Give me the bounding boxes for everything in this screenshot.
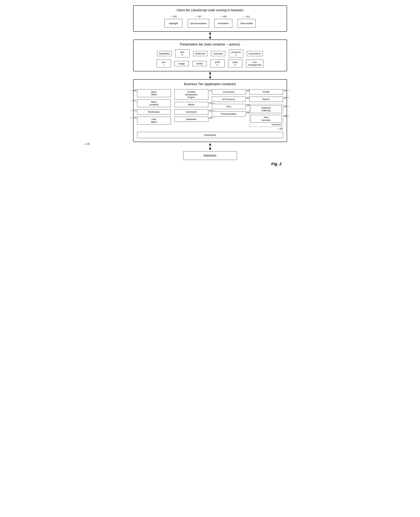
biz-usermgmt-cell: — 175 UserMgmt — [137, 117, 171, 125]
biz-book-cell: — 171 Book(content) — [137, 99, 171, 107]
fig-label: Fig. 2 — [271, 162, 281, 166]
commons-bar: Commons — [137, 132, 283, 138]
biz-col3: 185 — Conversion 187 — eCommerce 189 — P… — [212, 89, 246, 130]
pres-search: search — [228, 59, 242, 67]
ref-193: 193 — — [284, 89, 290, 92]
biz-conversion-cell: 185 — Conversion — [212, 89, 246, 95]
client-ref-161: — 161 — [243, 15, 250, 18]
biz-personalization-cell: 191 — Personalizaiton — [212, 111, 246, 117]
ref-201-label: — 201 — [249, 127, 283, 130]
diagram: Client tier (JavaScript code running in … — [135, 5, 285, 166]
double-arrow-svg-2 — [208, 71, 212, 79]
pres-backoffice: backoffice — [157, 51, 172, 56]
biz-print-cell: 189 — Print — [212, 104, 246, 109]
pres-usemgmt-box: Usemanagement — [246, 59, 264, 67]
pres-book-box: book — [175, 50, 189, 57]
biz-printservices-cell: 199 — PrintServices — [251, 115, 282, 123]
biz-comments-box: Comments — [174, 109, 208, 114]
pres-conversion-box: conversion — [229, 50, 243, 57]
presentation-row-2: print image media profile search — [137, 59, 283, 67]
biz-col4: 193 — Profile 195 — Search 197 — Payment… — [249, 89, 283, 130]
arrow-2 — [208, 71, 212, 79]
biz-backoffice-cell: — 169 BackOffice — [137, 89, 171, 97]
pres-bookmark-box: bookmark — [193, 51, 207, 56]
pres-ecommerce-box: ecommerce — [247, 51, 263, 56]
presentation-tier-title: Presentation tier (web container – actio… — [137, 43, 283, 46]
biz-printservices-box: PrintServices — [251, 115, 282, 123]
arrow-3: — 135 — [208, 143, 212, 151]
client-ref-159: — 159 — [220, 15, 226, 18]
biz-usermgmt-box: UserMgmt — [137, 117, 171, 125]
biz-ecommerce-cell: 187 — eCommerce — [212, 96, 246, 102]
pres-conversion: conversion — [229, 50, 243, 57]
pres-comment: comment — [211, 51, 225, 56]
brace-svg — [290, 43, 291, 64]
ref-173: — 173 — [130, 109, 136, 112]
pres-search-box: search — [228, 59, 242, 67]
biz-paymentgw-cell: 197 — PaymentGateway — [251, 105, 282, 113]
ref-195: 195 — — [284, 96, 290, 99]
pres-profile-box: profile — [210, 59, 225, 67]
biz-col2: 177 — ContentSerializationEngine 179 — M… — [174, 89, 208, 130]
client-item-highlight: — 155 Highlight — [165, 15, 182, 28]
biz-integrations-group: 197 — PaymentGateway 199 — PrintServices… — [249, 104, 283, 127]
ref-169: — 169 — [130, 89, 136, 92]
biz-cse-box: ContentSerializationEngine — [174, 89, 208, 100]
client-box-159: Annotation — [214, 19, 232, 28]
ref-175: — 175 — [130, 117, 136, 119]
client-box-155: Highlight — [165, 19, 182, 28]
client-ref-157: — 157 — [195, 15, 202, 18]
biz-stats-box: Statsistics — [174, 117, 208, 122]
pres-ecommerce: ecommerce — [247, 51, 263, 56]
presentation-tier-box: Presentation tier (web container – actio… — [133, 39, 287, 71]
biz-col1: — 169 BackOffice — 171 Book(content) — 1… — [137, 89, 171, 130]
ref-199: 199 — — [283, 115, 290, 117]
presentation-row-1: backoffice book bookmark comment convers… — [137, 50, 283, 57]
biz-stats-cell: 183 — Statsistics — [174, 117, 208, 122]
datastore-box: DataStore — [183, 151, 237, 160]
business-tier-title: Business Tier (application container) — [137, 82, 283, 86]
integrations-label: integrations — [251, 123, 282, 126]
client-box-157: Synchronization — [188, 19, 209, 28]
client-tier-box: Client tier (JavaScript code running in … — [133, 5, 287, 32]
pres-media-box: media — [192, 61, 207, 66]
biz-media-cell: 179 — Media — [174, 102, 208, 107]
pres-print-box: print — [157, 59, 171, 67]
pres-book: book — [175, 50, 189, 57]
biz-cse-cell: 177 — ContentSerializationEngine — [174, 89, 208, 100]
biz-ecommerce-box: eCommerce — [212, 96, 246, 102]
pres-bookmark: bookmark — [193, 51, 207, 56]
client-tier-grid: — 155 Highlight — 157 Synchronization — … — [137, 15, 283, 28]
pres-print: print — [157, 59, 171, 67]
biz-print-box: Print — [212, 104, 246, 109]
biz-bookmarks-box: Bookmarks — [137, 109, 171, 114]
client-item-synchronization: — 157 Synchronization — [188, 15, 209, 28]
client-item-view-modes: — 161 View modes — [238, 15, 255, 28]
datastore-container: DataStore — [133, 151, 287, 160]
pres-backoffice-box: backoffice — [157, 51, 172, 56]
pres-media: media — [192, 61, 207, 66]
pres-comment-box: comment — [211, 51, 225, 56]
biz-backoffice-box: BackOffice — [137, 89, 171, 97]
presentation-tier-grid: backoffice book bookmark comment convers… — [137, 50, 283, 67]
biz-search-cell: 195 — Search — [249, 96, 283, 102]
pres-profile: profile — [210, 59, 225, 67]
pres-image-box: image — [174, 61, 189, 66]
ref-171: — 171 — [130, 99, 136, 102]
biz-comments-cell: 181 — Comments — [174, 109, 208, 114]
biz-profile-box: Profile — [249, 89, 283, 95]
biz-conversion-box: Conversion — [212, 89, 246, 95]
business-tier-grid: — 169 BackOffice — 171 Book(content) — 1… — [137, 89, 283, 130]
biz-book-box: Book(content) — [137, 99, 171, 107]
biz-paymentgw-box: PaymentGateway — [251, 105, 282, 113]
pres-brace-ref: 165 — [290, 54, 291, 57]
client-tier-title: Client tier (JavaScript code running in … — [137, 8, 283, 12]
biz-profile-cell: 193 — Profile — [249, 89, 283, 95]
double-arrow-svg-1 — [208, 32, 212, 39]
biz-personalization-box: Personalizaiton — [212, 111, 246, 117]
biz-search-box: Search — [249, 96, 283, 102]
pres-usemgmt: Usemanagement — [246, 59, 264, 67]
business-tier-box: Business Tier (application container) — … — [133, 79, 287, 142]
client-box-161: View modes — [238, 19, 255, 28]
client-ref-155: — 155 — [170, 15, 177, 18]
